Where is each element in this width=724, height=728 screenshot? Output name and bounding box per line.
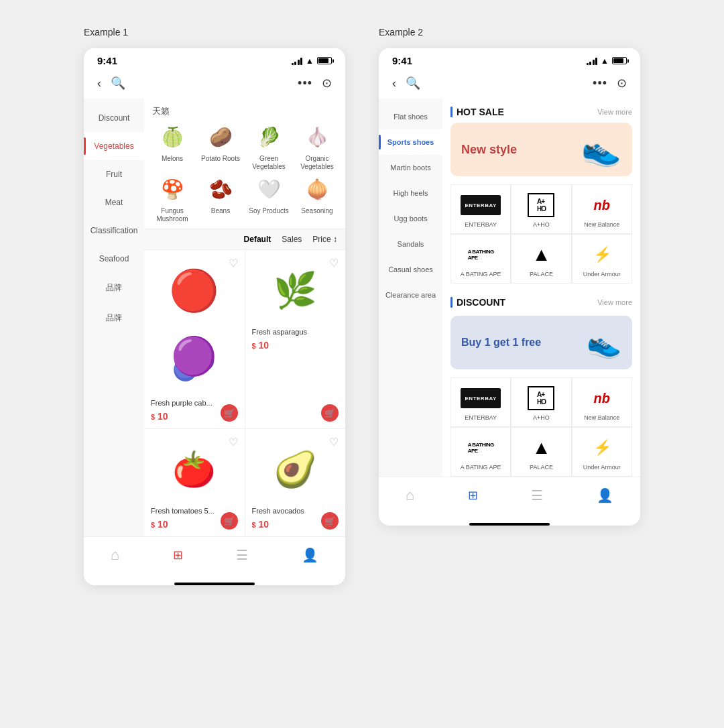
cart-btn-2[interactable]: 🛒 — [321, 404, 339, 422]
bottom-list-2[interactable]: ☰ — [531, 487, 543, 503]
brand-ua-1[interactable]: ⚡ Under Armour — [572, 234, 632, 284]
brand-aho-2[interactable]: A+HO A+HO — [511, 377, 571, 427]
green-veg-img: 🥬 — [250, 121, 288, 152]
svg-text:⚡: ⚡ — [593, 438, 611, 457]
sidebar-item-brand1[interactable]: 品牌 — [84, 273, 144, 303]
product-purple-cab[interactable]: ♡ 🔴 🫐 🟣 Fresh purple cab... $ 10 🛒 — [144, 250, 245, 428]
sort-price[interactable]: Price ↕ — [312, 235, 337, 244]
back-icon-1[interactable]: ‹ — [97, 76, 101, 90]
brand-enterbay-1[interactable]: ENTERBAY ENTERBAY — [450, 184, 511, 234]
category-potato[interactable]: 🥔 Potato Roots — [198, 121, 243, 171]
seasoning-img: 🧅 — [298, 174, 336, 204]
target-icon-2[interactable]: ⊙ — [617, 76, 627, 90]
brand-bape-2[interactable]: A BATHINGAPE A BATING APE — [450, 427, 511, 477]
category-organic-veg[interactable]: 🧄 Organic Vegetables — [294, 121, 340, 171]
heart-icon-2[interactable]: ♡ — [329, 257, 339, 269]
sidebar-sandals[interactable]: Sandals — [379, 231, 442, 257]
search-icon-1[interactable]: 🔍 — [111, 76, 125, 90]
mushroom-label: Fungus Mushroom — [149, 207, 195, 223]
enterbay-logo-2: ENTERBAY — [457, 385, 504, 412]
brand-palace-1[interactable]: ▲ PALACE — [511, 234, 571, 284]
sidebar-item-seafood[interactable]: Seafood — [84, 245, 144, 273]
palace-logo-2: ▲ — [518, 434, 564, 461]
melons-label: Melons — [162, 155, 183, 163]
discount-bar — [450, 297, 452, 308]
sidebar-item-brand2[interactable]: 品牌 — [84, 303, 144, 333]
back-icon-2[interactable]: ‹ — [392, 76, 396, 90]
category-beans[interactable]: 🫘 Beans — [198, 174, 243, 223]
ua-name-1: Under Armour — [583, 271, 621, 278]
sidebar-item-vegetables[interactable]: Vegetables — [84, 132, 144, 160]
target-icon-1[interactable]: ⊙ — [322, 76, 332, 90]
hot-sale-banner[interactable]: New style 👟 — [450, 123, 632, 176]
bottom-home-2[interactable]: ⌂ — [406, 487, 414, 504]
brand-aho-1[interactable]: A+HO A+HO — [511, 184, 571, 234]
soy-label: Soy Products — [249, 207, 288, 215]
sidebar-casual-shoes[interactable]: Casual shoes — [379, 257, 442, 282]
category-seasoning[interactable]: 🧅 Seasoning — [294, 174, 340, 223]
discount-view-more[interactable]: View more — [597, 298, 632, 306]
home-indicator-2 — [469, 523, 550, 526]
hot-sale-view-more[interactable]: View more — [597, 108, 632, 116]
sidebar-clearance[interactable]: Clearance area — [379, 282, 442, 308]
category-mushroom[interactable]: 🍄 Fungus Mushroom — [149, 174, 195, 223]
category-soy[interactable]: 🤍 Soy Products — [246, 174, 292, 223]
sidebar-item-fruit[interactable]: Fruit — [84, 160, 144, 188]
category-green-veg[interactable]: 🥬 Green Vegetables — [246, 121, 292, 171]
brand-nb-2[interactable]: nb New Balance — [572, 377, 632, 427]
bottom-profile-2[interactable]: 👤 — [597, 487, 613, 503]
product-asparagus[interactable]: ♡ 🌿 Fresh asparagus $ 10 🛒 — [245, 250, 346, 428]
sort-sales[interactable]: Sales — [282, 235, 302, 244]
bottom-grid-1[interactable]: ⊞ — [173, 548, 183, 562]
sidebar-high-heels[interactable]: High heels — [379, 180, 442, 206]
sidebar-item-meat[interactable]: Meat — [84, 188, 144, 217]
product-tomato[interactable]: ♡ 🍅 Fresh tomatoes 5... $ 10 🛒 — [144, 429, 245, 536]
potato-label: Potato Roots — [201, 155, 240, 163]
hot-sale-bar — [450, 107, 452, 117]
sort-default[interactable]: Default — [244, 235, 272, 244]
more-icon-1[interactable]: ••• — [298, 76, 312, 90]
shoe-main: HOT SALE View more New style 👟 ENTERBA — [442, 99, 640, 477]
heart-icon-4[interactable]: ♡ — [329, 436, 339, 448]
ex2-body: Flat shoes Sports shoes Martin boots Hig… — [379, 99, 640, 477]
bottom-profile-1[interactable]: 👤 — [302, 547, 318, 563]
cart-btn-1[interactable]: 🛒 — [221, 404, 238, 422]
example2-block: Example 2 9:41 ▲ — [379, 27, 640, 526]
aho-logo-2: A+HO — [518, 385, 564, 412]
nav-right-1: ••• ⊙ — [298, 76, 332, 90]
cart-btn-4[interactable]: 🛒 — [321, 512, 339, 530]
bottom-grid-2[interactable]: ⊞ — [468, 488, 478, 503]
sidebar-item-classification[interactable]: Classification — [84, 217, 144, 245]
bape-logo-1: A BATHINGAPE — [457, 241, 504, 268]
heart-icon-3[interactable]: ♡ — [229, 436, 238, 448]
aho-name-1: A+HO — [533, 221, 550, 228]
sidebar-sports-shoes[interactable]: Sports shoes — [379, 129, 442, 155]
product-img-2: 🌿 — [252, 257, 339, 324]
brand-nb-1[interactable]: nb New Balance — [572, 184, 632, 234]
brand-bape-1[interactable]: A BATHINGAPE A BATING APE — [450, 234, 511, 284]
bottom-list-1[interactable]: ☰ — [236, 547, 248, 563]
discount-banner[interactable]: Buy 1 get 1 free 👟 — [450, 316, 632, 369]
bottom-home-1[interactable]: ⌂ — [111, 546, 119, 564]
sidebar-item-discount[interactable]: Discount — [84, 104, 144, 132]
search-icon-2[interactable]: 🔍 — [406, 76, 420, 90]
category-header: 天籁 — [144, 99, 345, 121]
brand-enterbay-2[interactable]: ENTERBAY ENTERBAY — [450, 377, 511, 427]
sidebar-martin-boots[interactable]: Martin boots — [379, 155, 442, 180]
sidebar-flat-shoes[interactable]: Flat shoes — [379, 104, 442, 129]
example1-phone: 9:41 ▲ ‹ 🔍 — [84, 48, 345, 585]
brand-ua-2[interactable]: ⚡ Under Armour — [572, 427, 632, 477]
category-melons[interactable]: 🍈 Melons — [149, 121, 195, 171]
heart-icon-1[interactable]: ♡ — [229, 257, 238, 269]
status-icons-1: ▲ — [292, 56, 332, 66]
hot-sale-header: HOT SALE View more — [442, 99, 640, 123]
example1-block: Example 1 9:41 ▲ — [84, 27, 345, 585]
banner-text: New style — [461, 143, 517, 157]
cart-btn-3[interactable]: 🛒 — [221, 512, 238, 530]
brand-palace-2[interactable]: ▲ PALACE — [511, 427, 571, 477]
more-icon-2[interactable]: ••• — [593, 76, 607, 90]
sidebar-ugg-boots[interactable]: Ugg boots — [379, 206, 442, 231]
discount-banner-text: Buy 1 get 1 free — [461, 337, 541, 349]
products-grid: ♡ 🔴 🫐 🟣 Fresh purple cab... $ 10 🛒 — [144, 250, 345, 536]
product-avocado[interactable]: ♡ 🥑 Fresh avocados $ 10 🛒 — [245, 429, 346, 536]
